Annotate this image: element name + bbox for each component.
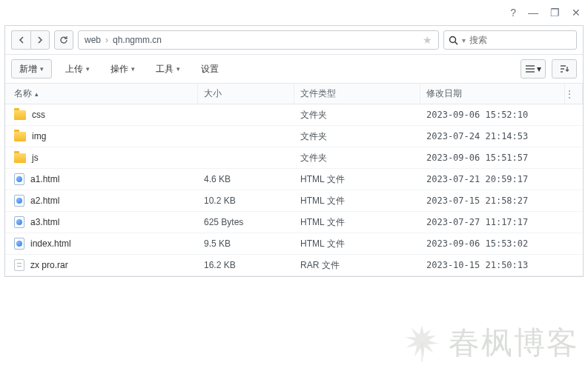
file-date: 2023-07-24 21:14:53 <box>420 131 565 141</box>
file-size: 625 Bytes <box>198 217 294 227</box>
file-row[interactable]: img文件夹2023-07-24 21:14:53 <box>5 126 583 147</box>
sort-asc-icon: ▴ <box>35 90 39 98</box>
file-row[interactable]: index.html9.5 KBHTML 文件2023-09-06 15:53:… <box>5 233 583 255</box>
leaf-icon <box>401 322 443 364</box>
close-button[interactable]: ✕ <box>572 7 581 19</box>
watermark: 春枫博客 <box>401 322 579 364</box>
folder-icon <box>14 132 26 141</box>
upload-button[interactable]: 上传▾ <box>58 59 97 78</box>
column-headers: 名称▴ 大小 文件类型 修改日期 ⋮ <box>5 84 583 104</box>
reload-button[interactable] <box>54 30 73 50</box>
file-name: zx pro.rar <box>30 260 68 270</box>
forward-button[interactable] <box>30 30 50 50</box>
file-list: css文件夹2023-09-06 15:52:10img文件夹2023-07-2… <box>5 104 583 276</box>
view-list-button[interactable]: ▾ <box>521 59 546 78</box>
column-menu-icon[interactable]: ⋮ <box>565 84 583 104</box>
file-date: 2023-09-06 15:52:10 <box>420 110 565 120</box>
navigation-bar: web › qh.ngmm.cn ★ ▾ <box>5 26 583 55</box>
file-date: 2023-10-15 21:50:13 <box>420 260 565 270</box>
chevron-right-icon: › <box>105 35 108 45</box>
file-date: 2023-07-21 20:59:17 <box>420 174 565 184</box>
new-button[interactable]: 新增▾ <box>11 59 52 78</box>
file-type: 文件夹 <box>294 109 420 121</box>
file-name: index.html <box>30 238 71 249</box>
column-size[interactable]: 大小 <box>198 84 294 104</box>
file-row[interactable]: a2.html10.2 KBHTML 文件2023-07-15 21:58:27 <box>5 190 583 212</box>
html-file-icon <box>14 216 24 228</box>
tools-button[interactable]: 工具▾ <box>148 59 188 78</box>
file-size: 4.6 KB <box>198 174 294 184</box>
file-name: js <box>32 153 39 163</box>
breadcrumb-item[interactable]: web <box>85 35 101 45</box>
file-type: HTML 文件 <box>294 173 420 186</box>
column-type[interactable]: 文件类型 <box>294 84 420 104</box>
file-size: 10.2 KB <box>198 195 294 206</box>
action-toolbar: 新增▾ 上传▾ 操作▾ 工具▾ 设置 ▾ <box>5 55 583 84</box>
file-type: 文件夹 <box>294 152 420 164</box>
file-name: a2.html <box>30 195 59 206</box>
svg-line-1 <box>455 41 458 44</box>
file-row[interactable]: css文件夹2023-09-06 15:52:10 <box>5 104 583 126</box>
back-button[interactable] <box>11 30 30 50</box>
file-type: 文件夹 <box>294 130 420 143</box>
settings-button[interactable]: 设置 <box>194 59 226 78</box>
file-date: 2023-09-06 15:53:02 <box>420 238 565 249</box>
file-name: css <box>32 110 45 120</box>
file-type: HTML 文件 <box>294 216 420 229</box>
column-name[interactable]: 名称▴ <box>5 84 198 104</box>
file-size: 9.5 KB <box>198 238 294 249</box>
html-file-icon <box>14 195 24 207</box>
file-date: 2023-07-27 11:17:17 <box>420 217 565 227</box>
archive-file-icon <box>14 259 24 271</box>
svg-point-0 <box>450 36 456 42</box>
file-type: HTML 文件 <box>294 195 420 207</box>
html-file-icon <box>14 238 24 250</box>
file-name: a3.html <box>30 217 59 227</box>
action-button[interactable]: 操作▾ <box>103 59 142 78</box>
file-date: 2023-07-15 21:58:27 <box>420 195 565 206</box>
search-icon <box>449 36 458 45</box>
file-browser: web › qh.ngmm.cn ★ ▾ 新增▾ 上传▾ 操作▾ 工具▾ 设置 … <box>4 25 584 277</box>
search-box[interactable]: ▾ <box>443 30 577 50</box>
folder-icon <box>14 153 26 163</box>
file-name: img <box>32 131 46 141</box>
sort-button[interactable] <box>552 59 577 78</box>
file-date: 2023-09-06 15:51:57 <box>420 153 565 163</box>
file-row[interactable]: a1.html4.6 KBHTML 文件2023-07-21 20:59:17 <box>5 169 583 190</box>
column-date[interactable]: 修改日期 <box>420 84 565 104</box>
help-icon[interactable]: ? <box>510 7 516 19</box>
folder-icon <box>14 110 26 120</box>
file-type: RAR 文件 <box>294 259 420 272</box>
minimize-button[interactable]: — <box>528 7 538 19</box>
file-row[interactable]: a3.html625 BytesHTML 文件2023-07-27 11:17:… <box>5 212 583 233</box>
chevron-down-icon[interactable]: ▾ <box>462 36 466 44</box>
html-file-icon <box>14 173 24 185</box>
file-row[interactable]: js文件夹2023-09-06 15:51:57 <box>5 147 583 169</box>
file-row[interactable]: zx pro.rar16.2 KBRAR 文件2023-10-15 21:50:… <box>5 255 583 276</box>
maximize-button[interactable]: ❐ <box>550 7 560 19</box>
file-name: a1.html <box>30 174 59 184</box>
breadcrumb-item[interactable]: qh.ngmm.cn <box>113 35 162 45</box>
search-input[interactable] <box>469 35 581 45</box>
breadcrumb[interactable]: web › qh.ngmm.cn ★ <box>78 30 439 50</box>
file-size: 16.2 KB <box>198 260 294 270</box>
file-type: HTML 文件 <box>294 238 420 250</box>
star-icon[interactable]: ★ <box>423 34 432 46</box>
window-titlebar: ? — ❐ ✕ <box>0 0 588 25</box>
